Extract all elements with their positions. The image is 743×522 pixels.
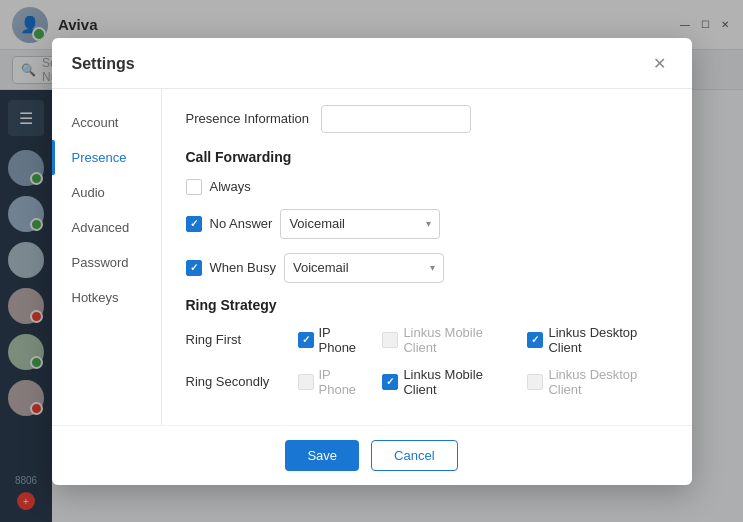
- ring-secondly-mobile-cb[interactable]: [382, 374, 398, 390]
- call-forwarding-title: Call Forwarding: [186, 149, 668, 165]
- no-answer-dropdown[interactable]: Voicemail ▾: [280, 209, 440, 239]
- presence-info-row: Presence Information: [186, 105, 668, 133]
- modal-header: Settings ✕: [52, 38, 692, 89]
- modal-close-button[interactable]: ✕: [648, 52, 672, 76]
- when-busy-dropdown-arrow: ▾: [430, 262, 435, 273]
- ring-strategy-title: Ring Strategy: [186, 297, 668, 313]
- ring-first-mobile-client: Linkus Mobile Client: [382, 325, 513, 355]
- ring-first-row: Ring First IP Phone Linkus Mobile Client: [186, 325, 668, 355]
- always-checkbox[interactable]: [186, 179, 202, 195]
- when-busy-label: When Busy: [210, 260, 276, 275]
- ring-first-mobile-label: Linkus Mobile Client: [403, 325, 513, 355]
- ring-first-mobile-cb[interactable]: [382, 332, 398, 348]
- modal-overlay: Settings ✕ Account Presence Audio Advanc…: [0, 0, 743, 522]
- ring-first-ip-phone-label: IP Phone: [319, 325, 369, 355]
- ring-secondly-mobile-client: Linkus Mobile Client: [382, 367, 513, 397]
- ring-secondly-desktop-client: Linkus Desktop Client: [527, 367, 667, 397]
- ring-secondly-ip-phone: IP Phone: [298, 367, 369, 397]
- no-answer-label: No Answer: [210, 216, 273, 231]
- no-answer-checkbox[interactable]: [186, 216, 202, 232]
- ring-first-ip-phone: IP Phone: [298, 325, 369, 355]
- settings-nav: Account Presence Audio Advanced Password…: [52, 89, 162, 425]
- ring-secondly-ip-phone-cb[interactable]: [298, 374, 314, 390]
- always-row: Always: [186, 179, 668, 195]
- modal-title: Settings: [72, 55, 135, 73]
- no-answer-dropdown-arrow: ▾: [426, 218, 431, 229]
- ring-first-label: Ring First: [186, 332, 286, 347]
- settings-modal: Settings ✕ Account Presence Audio Advanc…: [52, 38, 692, 485]
- ring-secondly-options: IP Phone Linkus Mobile Client Linkus Des…: [298, 367, 668, 397]
- ring-first-desktop-client: Linkus Desktop Client: [527, 325, 667, 355]
- nav-item-audio[interactable]: Audio: [52, 175, 161, 210]
- presence-info-input[interactable]: [321, 105, 471, 133]
- nav-item-presence[interactable]: Presence: [52, 140, 161, 175]
- settings-content: Presence Information Call Forwarding Alw…: [162, 89, 692, 425]
- modal-footer: Save Cancel: [52, 425, 692, 485]
- nav-item-advanced[interactable]: Advanced: [52, 210, 161, 245]
- modal-body: Account Presence Audio Advanced Password…: [52, 89, 692, 425]
- ring-secondly-label: Ring Secondly: [186, 374, 286, 389]
- ring-first-desktop-label: Linkus Desktop Client: [548, 325, 667, 355]
- ring-secondly-row: Ring Secondly IP Phone Linkus Mobile Cli…: [186, 367, 668, 397]
- ring-secondly-ip-phone-label: IP Phone: [319, 367, 369, 397]
- nav-item-password[interactable]: Password: [52, 245, 161, 280]
- no-answer-dropdown-value: Voicemail: [289, 216, 345, 231]
- always-label: Always: [210, 179, 251, 194]
- when-busy-dropdown-value: Voicemail: [293, 260, 349, 275]
- ring-secondly-mobile-label: Linkus Mobile Client: [403, 367, 513, 397]
- when-busy-checkbox[interactable]: [186, 260, 202, 276]
- save-button[interactable]: Save: [285, 440, 359, 471]
- when-busy-dropdown[interactable]: Voicemail ▾: [284, 253, 444, 283]
- cancel-button[interactable]: Cancel: [371, 440, 457, 471]
- ring-first-desktop-cb[interactable]: [527, 332, 543, 348]
- no-answer-row: No Answer Voicemail ▾: [186, 209, 668, 239]
- presence-info-label: Presence Information: [186, 111, 310, 126]
- nav-item-hotkeys[interactable]: Hotkeys: [52, 280, 161, 315]
- nav-item-account[interactable]: Account: [52, 105, 161, 140]
- ring-first-options: IP Phone Linkus Mobile Client Linkus Des…: [298, 325, 668, 355]
- when-busy-row: When Busy Voicemail ▾: [186, 253, 668, 283]
- ring-first-ip-phone-cb[interactable]: [298, 332, 314, 348]
- ring-secondly-desktop-label: Linkus Desktop Client: [548, 367, 667, 397]
- ring-secondly-desktop-cb[interactable]: [527, 374, 543, 390]
